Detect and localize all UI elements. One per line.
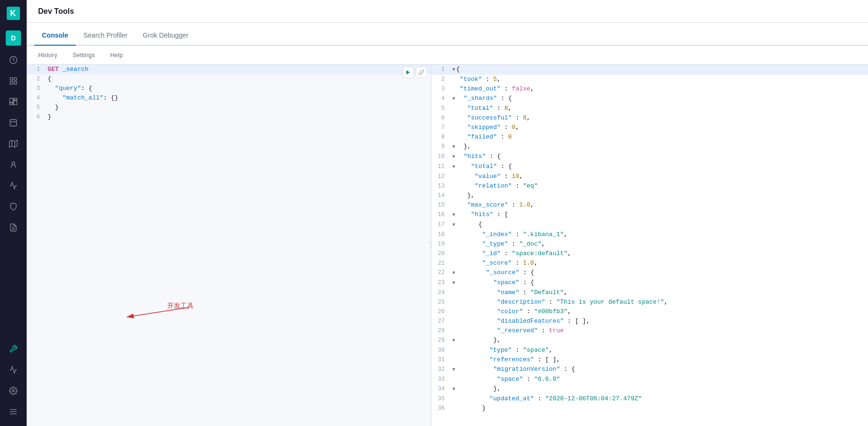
app-logo[interactable]: K	[0, 0, 27, 27]
svg-rect-5	[10, 82, 12, 84]
svg-marker-12	[10, 140, 18, 148]
svg-rect-3	[10, 78, 12, 80]
output-line-20: 20 "_id" : "space:default",	[431, 249, 868, 258]
tabs-bar: Console Search Profiler Grok Debugger	[27, 23, 868, 46]
output-line-28: 28 "_reserved" : true	[431, 326, 868, 336]
code-line-6: 6 }	[27, 112, 431, 122]
svg-rect-4	[14, 78, 17, 80]
tab-grok-debugger[interactable]: Grok Debugger	[135, 26, 196, 46]
line-actions	[402, 67, 427, 78]
run-button[interactable]	[402, 67, 414, 78]
svg-rect-7	[10, 99, 13, 102]
output-line-34: 34 ▼ },	[431, 384, 868, 394]
svg-rect-11	[10, 119, 17, 126]
svg-marker-22	[407, 70, 410, 75]
output-line-8: 8 "failed" : 0	[431, 132, 868, 142]
output-pane: 1 ▼{ 2 "took" : 5, 3 "timed_out" : false…	[431, 65, 868, 426]
svg-point-15	[12, 162, 15, 165]
tab-console[interactable]: Console	[34, 26, 76, 46]
code-line-1: 1 GET _search	[27, 65, 431, 74]
output-line-16: 16 ▼ "hits" : [	[431, 210, 868, 220]
svg-text:K: K	[10, 9, 16, 18]
svg-rect-6	[14, 82, 17, 84]
output-line-25: 25 "description" : "This is your default…	[431, 297, 868, 307]
code-editor-output: 1 ▼{ 2 "took" : 5, 3 "timed_out" : false…	[431, 65, 868, 426]
editor-container: 1 GET _search 2 { 3 "query": { 4 "match_…	[27, 65, 868, 426]
output-line-13: 13 "relation" : "eq"	[431, 181, 868, 191]
output-line-35: 35 "updated_at" : "2020-12-06T06:04:27.4…	[431, 394, 868, 404]
sidebar: K D	[0, 0, 27, 426]
output-line-26: 26 "color" : "#00bfb3",	[431, 307, 868, 317]
main-content: Dev Tools Console Search Profiler Grok D…	[27, 0, 868, 426]
sidebar-item-logs[interactable]	[4, 218, 23, 237]
output-line-18: 18 "_index" : ".kibana_1",	[431, 230, 868, 239]
sidebar-item-recent[interactable]	[4, 50, 23, 69]
output-line-24: 24 "name" : "Default",	[431, 288, 868, 297]
copy-curl-button[interactable]	[416, 67, 427, 78]
output-line-27: 27 "disabledFeatures" : [ ],	[431, 317, 868, 326]
output-line-23: 23 ▼ "space" : {	[431, 278, 868, 288]
sidebar-top: D	[0, 27, 27, 242]
sidebar-item-monitoring[interactable]	[4, 360, 23, 379]
page-title: Dev Tools	[38, 7, 74, 16]
output-line-21: 21 "_score" : 1.0,	[431, 258, 868, 268]
sidebar-item-discover[interactable]	[4, 71, 23, 90]
svg-rect-10	[10, 103, 13, 105]
sidebar-item-canvas[interactable]	[4, 113, 23, 132]
help-button[interactable]: Help	[106, 50, 127, 60]
sidebar-item-maps[interactable]	[4, 134, 23, 153]
output-line-32: 32 ▼ "migrationVersion" : {	[431, 365, 868, 375]
output-line-5: 5 "total" : 8,	[431, 104, 868, 113]
sidebar-item-dashboard[interactable]	[4, 92, 23, 111]
svg-point-18	[12, 390, 15, 392]
output-line-33: 33 "space" : "6.6.0"	[431, 375, 868, 384]
history-button[interactable]: History	[34, 50, 61, 60]
divider-handle[interactable]: ⋮	[429, 65, 431, 426]
avatar[interactable]: D	[6, 30, 21, 46]
code-line-4: 4 "match_all": {}	[27, 93, 431, 103]
input-pane: 1 GET _search 2 { 3 "query": { 4 "match_…	[27, 65, 431, 426]
sidebar-item-devtools[interactable]	[4, 339, 23, 358]
sidebar-item-management[interactable]	[4, 381, 23, 400]
output-line-4: 4 ▼ "_shards" : {	[431, 94, 868, 104]
output-line-19: 19 "_type" : "_doc",	[431, 239, 868, 249]
settings-button[interactable]: Settings	[69, 50, 99, 60]
output-line-7: 7 "skipped" : 0,	[431, 123, 868, 132]
top-header: Dev Tools	[27, 0, 868, 23]
code-line-2: 2 {	[27, 74, 431, 84]
tab-search-profiler[interactable]: Search Profiler	[76, 26, 135, 46]
output-line-31: 31 "references" : [ ],	[431, 355, 868, 365]
toolbar: History Settings Help	[27, 46, 868, 65]
output-line-30: 30 "type" : "space",	[431, 346, 868, 355]
svg-rect-8	[14, 99, 17, 100]
code-line-3: 3 "query": {	[27, 84, 431, 93]
output-line-15: 15 "max_score" : 1.0,	[431, 200, 868, 210]
sidebar-bottom	[0, 338, 27, 426]
output-line-29: 29 ▼ },	[431, 336, 868, 346]
output-line-11: 11 ▼ "total" : {	[431, 162, 868, 172]
output-line-17: 17 ▼ {	[431, 220, 868, 230]
output-line-36: 36 }	[431, 404, 868, 413]
svg-rect-9	[14, 101, 17, 105]
code-line-5: 5 }	[27, 103, 431, 112]
code-editor-input[interactable]: 1 GET _search 2 { 3 "query": { 4 "match_…	[27, 65, 431, 426]
sidebar-item-ml[interactable]	[4, 155, 23, 174]
output-line-10: 10 ▼ "hits" : {	[431, 152, 868, 162]
output-line-12: 12 "value" : 10,	[431, 172, 868, 181]
sidebar-item-siem[interactable]	[4, 197, 23, 216]
output-line-22: 22 ▼ "_source" : {	[431, 268, 868, 278]
output-line-14: 14 },	[431, 191, 868, 200]
sidebar-item-collapse[interactable]	[4, 402, 23, 421]
sidebar-item-apm[interactable]	[4, 176, 23, 195]
output-line-2: 2 "took" : 5,	[431, 75, 868, 84]
output-line-1: 1 ▼{	[431, 65, 868, 75]
output-line-6: 6 "successful" : 8,	[431, 113, 868, 123]
output-line-3: 3 "timed_out" : false,	[431, 84, 868, 94]
output-line-9: 9 ▼ },	[431, 142, 868, 152]
